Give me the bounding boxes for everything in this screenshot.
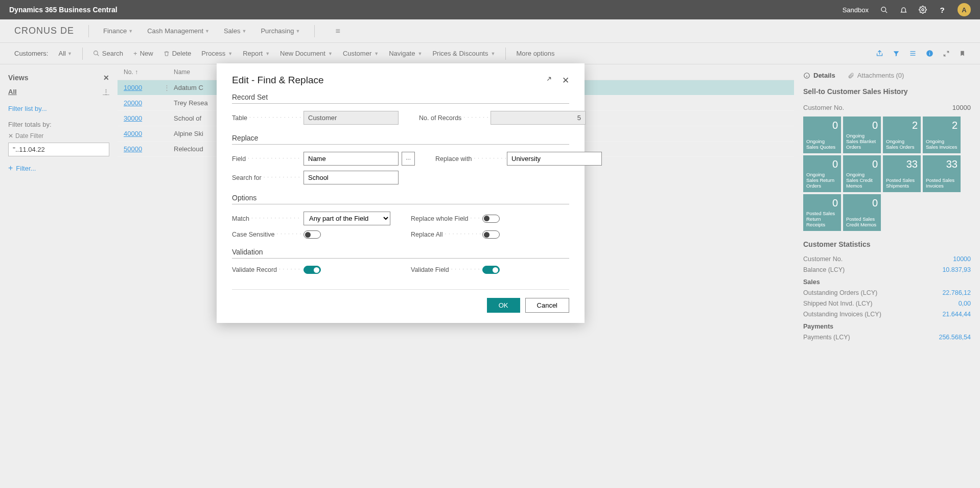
match-select[interactable]: Any part of the Field [304,212,390,225]
ok-button[interactable]: OK [487,298,520,313]
replace-whole-toggle[interactable] [482,215,500,223]
lookup-button[interactable]: ··· [402,152,415,166]
case-sensitive-label: Case Sensitive [232,231,304,238]
find-replace-dialog: Edit - Find & Replace ✕ Record Set Table… [217,63,585,323]
section-heading: Validation [232,248,569,259]
section-validation: Validation Validate Record Validate Fiel… [232,248,569,274]
section-replace: Replace Field ··· Replace with Search fo… [232,134,569,184]
replace-all-toggle[interactable] [482,230,500,239]
search-for-input[interactable] [304,171,399,184]
section-options: Options Match Any part of the Field Repl… [232,194,569,239]
section-record-set: Record Set Table No. of Records [232,93,569,125]
field-input[interactable] [304,152,399,166]
section-heading: Options [232,194,569,204]
section-heading: Record Set [232,93,569,104]
replace-with-label: Replace with [435,155,507,162]
close-icon[interactable]: ✕ [562,75,569,86]
validate-record-label: Validate Record [232,266,304,273]
expand-icon[interactable] [545,75,553,86]
case-sensitive-toggle[interactable] [304,230,321,239]
cancel-button[interactable]: Cancel [525,298,569,313]
no-records-label: No. of Records [419,114,491,122]
validate-field-label: Validate Field [411,266,482,273]
table-field [304,111,399,125]
modal-title: Edit - Find & Replace [232,75,324,86]
validate-field-toggle[interactable] [482,266,500,274]
no-records-field [491,111,586,125]
field-label: Field [232,155,304,162]
replace-whole-label: Replace whole Field [411,215,482,222]
match-label: Match [232,215,304,222]
table-label: Table [232,114,304,122]
section-heading: Replace [232,134,569,145]
replace-with-input[interactable] [507,152,602,166]
search-for-label: Search for [232,174,304,181]
replace-all-label: Replace All [411,231,482,238]
validate-record-toggle[interactable] [304,266,321,274]
